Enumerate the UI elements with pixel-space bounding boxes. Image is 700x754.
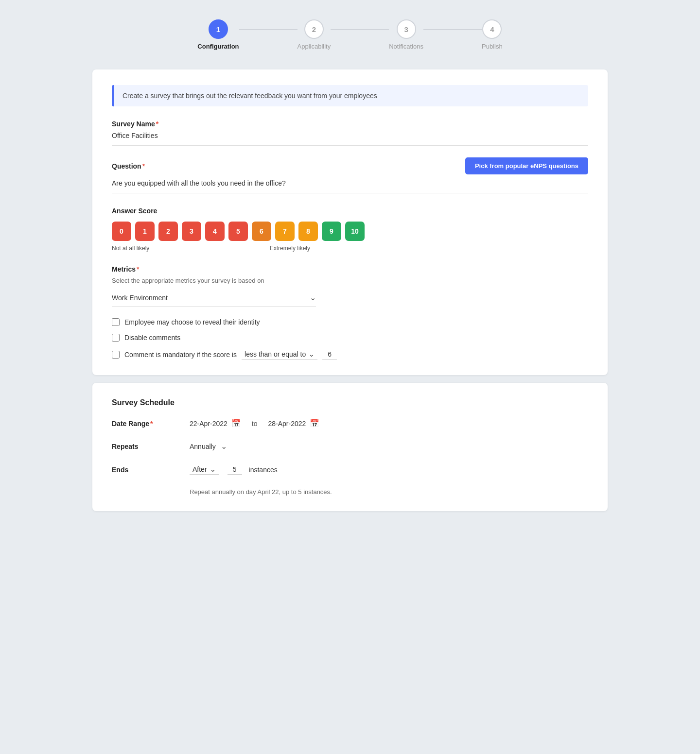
- score-btn-5[interactable]: 5: [228, 222, 248, 241]
- step-1[interactable]: 1 Configuration: [197, 19, 239, 50]
- comment-condition-value: less than or equal to: [245, 350, 306, 358]
- score-buttons: 012345678910: [112, 222, 588, 241]
- step-2-label: Applicability: [298, 43, 331, 50]
- configuration-card: Create a survey that brings out the rele…: [92, 69, 608, 375]
- step-1-label: Configuration: [197, 43, 239, 50]
- comment-mandatory-row: Comment is mandatory if the score is les…: [112, 349, 588, 360]
- step-1-circle: 1: [209, 19, 228, 39]
- score-btn-2[interactable]: 2: [158, 222, 178, 241]
- pick-enps-button[interactable]: Pick from popular eNPS questions: [465, 157, 588, 174]
- required-asterisk-q: *: [142, 162, 145, 170]
- question-value[interactable]: Are you equipped with all the tools you …: [112, 179, 588, 193]
- chevron-down-icon-repeats: ⌄: [221, 442, 227, 451]
- instances-label: instances: [249, 466, 278, 474]
- score-low-label: Not at all likely: [112, 245, 149, 252]
- repeat-info: Repeat annually on day April 22, up to 5…: [112, 488, 588, 496]
- checkbox1-label: Employee may choose to reveal their iden…: [124, 318, 260, 326]
- ends-label: Ends: [112, 466, 190, 474]
- score-labels: Not at all likely Extremely likely: [112, 245, 310, 252]
- score-btn-4[interactable]: 4: [205, 222, 225, 241]
- ends-value: After: [192, 465, 207, 473]
- to-text: to: [252, 420, 258, 428]
- step-4[interactable]: 4 Publish: [482, 19, 503, 50]
- score-btn-6[interactable]: 6: [252, 222, 271, 241]
- schedule-card: Survey Schedule Date Range* 22-Apr-2022 …: [92, 383, 608, 511]
- repeats-value: Annually: [190, 443, 216, 450]
- comment-condition-dropdown[interactable]: less than or equal to ⌄: [242, 349, 317, 360]
- step-2[interactable]: 2 Applicability: [298, 19, 331, 50]
- question-header: Question* Pick from popular eNPS questio…: [112, 157, 588, 174]
- score-btn-1[interactable]: 1: [135, 222, 155, 241]
- reveal-identity-checkbox[interactable]: [112, 318, 120, 326]
- comment-score-value[interactable]: 6: [322, 349, 337, 360]
- ends-instances-number[interactable]: 5: [228, 464, 242, 475]
- connector-3-4: [423, 29, 482, 30]
- calendar-from-icon: 📅: [231, 419, 241, 428]
- score-high-label: Extremely likely: [270, 245, 310, 252]
- checkbox-disable-comments[interactable]: Disable comments: [112, 334, 588, 342]
- score-btn-7[interactable]: 7: [275, 222, 295, 241]
- survey-name-label: Survey Name*: [112, 120, 588, 128]
- checkbox-reveal-identity[interactable]: Employee may choose to reveal their iden…: [112, 318, 588, 326]
- connector-1-2: [239, 29, 298, 30]
- metrics-label: Metrics*: [112, 265, 588, 273]
- date-to-value: 28-Apr-2022: [268, 420, 306, 428]
- date-range-label: Date Range*: [112, 420, 190, 428]
- step-2-circle: 2: [304, 19, 324, 39]
- step-4-circle: 4: [482, 19, 502, 39]
- checkbox3-label: Comment is mandatory if the score is: [124, 351, 237, 359]
- chevron-down-icon-2: ⌄: [309, 350, 315, 358]
- score-btn-9[interactable]: 9: [322, 222, 341, 241]
- score-btn-3[interactable]: 3: [182, 222, 201, 241]
- date-from-value: 22-Apr-2022: [190, 420, 228, 428]
- repeats-row: Repeats Annually ⌄: [112, 442, 588, 451]
- metrics-section: Metrics* Select the appropriate metrics …: [112, 265, 588, 307]
- step-3-label: Notifications: [389, 43, 423, 50]
- metrics-dropdown[interactable]: Work Environment ⌄: [112, 289, 316, 307]
- checkbox2-label: Disable comments: [124, 334, 180, 342]
- step-3[interactable]: 3 Notifications: [389, 19, 423, 50]
- calendar-to-icon: 📅: [310, 419, 319, 428]
- info-banner: Create a survey that brings out the rele…: [112, 85, 588, 106]
- score-btn-8[interactable]: 8: [298, 222, 318, 241]
- question-label: Question*: [112, 162, 145, 170]
- ends-row: Ends After ⌄ 5 instances: [112, 464, 588, 475]
- ends-dropdown[interactable]: After ⌄: [190, 464, 219, 475]
- date-to-field[interactable]: 28-Apr-2022 📅: [268, 419, 320, 428]
- repeats-value-field[interactable]: Annually ⌄: [190, 442, 227, 451]
- chevron-down-icon-ends: ⌄: [210, 465, 216, 473]
- score-btn-10[interactable]: 10: [345, 222, 365, 241]
- date-from-field[interactable]: 22-Apr-2022 📅: [190, 419, 241, 428]
- required-asterisk: *: [156, 120, 158, 128]
- schedule-title: Survey Schedule: [112, 398, 588, 407]
- metrics-value: Work Environment: [112, 294, 168, 302]
- ends-value-field: After ⌄ 5 instances: [190, 464, 278, 475]
- score-btn-0[interactable]: 0: [112, 222, 131, 241]
- survey-name-value[interactable]: Office Facilities: [112, 132, 588, 146]
- stepper: 1 Configuration 2 Applicability 3 Notifi…: [92, 15, 608, 55]
- connector-2-3: [331, 29, 389, 30]
- answer-score-label: Answer Score: [112, 207, 588, 215]
- comment-mandatory-checkbox[interactable]: [112, 351, 120, 359]
- step-3-circle: 3: [397, 19, 416, 39]
- chevron-down-icon: ⌄: [310, 293, 316, 302]
- metrics-desc: Select the appropriate metrics your surv…: [112, 277, 588, 284]
- required-asterisk-m: *: [137, 265, 139, 273]
- date-range-row: Date Range* 22-Apr-2022 📅 to 28-Apr-2022…: [112, 419, 588, 428]
- checkboxes-section: Employee may choose to reveal their iden…: [112, 318, 588, 360]
- date-range-value: 22-Apr-2022 📅 to 28-Apr-2022 📅: [190, 419, 319, 428]
- step-4-label: Publish: [482, 43, 503, 50]
- repeats-label: Repeats: [112, 443, 190, 450]
- disable-comments-checkbox[interactable]: [112, 334, 120, 342]
